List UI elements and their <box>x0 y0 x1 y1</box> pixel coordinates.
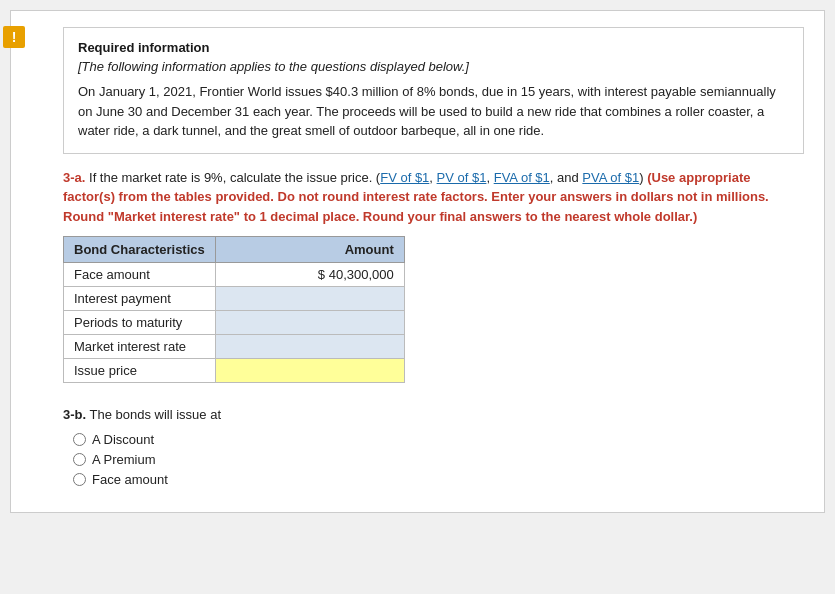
table-row: Market interest rate <box>64 335 405 359</box>
italic-line: [The following information applies to th… <box>78 59 789 74</box>
table-row: Periods to maturity <box>64 311 405 335</box>
interest-payment-input[interactable] <box>226 291 394 306</box>
radio-face[interactable] <box>73 473 86 486</box>
body-text: On January 1, 2021, Frontier World issue… <box>78 82 789 141</box>
radio-discount[interactable] <box>73 433 86 446</box>
q3a-text1: If the market rate is 9%, calculate the … <box>85 170 380 185</box>
pv-link[interactable]: PV of $1 <box>437 170 487 185</box>
issue-price-cell[interactable] <box>215 359 404 383</box>
interest-payment-cell[interactable] <box>215 287 404 311</box>
row-label-issue: Issue price <box>64 359 216 383</box>
row-label-face: Face amount <box>64 263 216 287</box>
market-rate-input[interactable] <box>226 339 394 354</box>
radio-group-issue-type: A Discount A Premium Face amount <box>73 432 804 487</box>
market-rate-cell[interactable] <box>215 335 404 359</box>
question-3a-text: 3-a. If the market rate is 9%, calculate… <box>63 168 804 227</box>
face-amount-cell: $ 40,300,000 <box>215 263 404 287</box>
radio-discount-label: A Discount <box>92 432 154 447</box>
radio-premium-label: A Premium <box>92 452 156 467</box>
radio-premium[interactable] <box>73 453 86 466</box>
q3b-prefix: 3-b. <box>63 407 86 422</box>
fva-link[interactable]: FVA of $1 <box>494 170 550 185</box>
q3b-body: The bonds will issue at <box>86 407 221 422</box>
row-label-rate: Market interest rate <box>64 335 216 359</box>
pva-link[interactable]: PVA of $1 <box>582 170 639 185</box>
radio-face-label: Face amount <box>92 472 168 487</box>
q3a-text2: ) <box>639 170 647 185</box>
radio-item-premium[interactable]: A Premium <box>73 452 804 467</box>
question-3b-section: 3-b. The bonds will issue at A Discount … <box>63 407 804 487</box>
q3a-comma1: , <box>429 170 436 185</box>
periods-maturity-input[interactable] <box>226 315 394 330</box>
question-3b-text: 3-b. The bonds will issue at <box>63 407 804 422</box>
radio-item-face[interactable]: Face amount <box>73 472 804 487</box>
face-amount-value: 40,300,000 <box>329 267 394 282</box>
col-header-amount: Amount <box>215 237 404 263</box>
periods-maturity-cell[interactable] <box>215 311 404 335</box>
table-row: Face amount $ 40,300,000 <box>64 263 405 287</box>
exclamation-icon: ! <box>3 26 25 48</box>
question-3a-section: 3-a. If the market rate is 9%, calculate… <box>63 168 804 384</box>
required-info-box: Required information [The following info… <box>63 27 804 154</box>
bond-characteristics-table: Bond Characteristics Amount Face amount … <box>63 236 804 383</box>
required-title: Required information <box>78 40 789 55</box>
q3a-prefix: 3-a. <box>63 170 85 185</box>
table-row: Issue price <box>64 359 405 383</box>
radio-item-discount[interactable]: A Discount <box>73 432 804 447</box>
fv-link[interactable]: FV of $1 <box>380 170 429 185</box>
face-amount-prefix: $ <box>318 267 325 282</box>
issue-price-input[interactable] <box>226 363 394 378</box>
table-row: Interest payment <box>64 287 405 311</box>
q3a-comma2: , <box>486 170 493 185</box>
col-header-characteristics: Bond Characteristics <box>64 237 216 263</box>
row-label-periods: Periods to maturity <box>64 311 216 335</box>
row-label-interest: Interest payment <box>64 287 216 311</box>
q3a-comma3: , and <box>550 170 583 185</box>
